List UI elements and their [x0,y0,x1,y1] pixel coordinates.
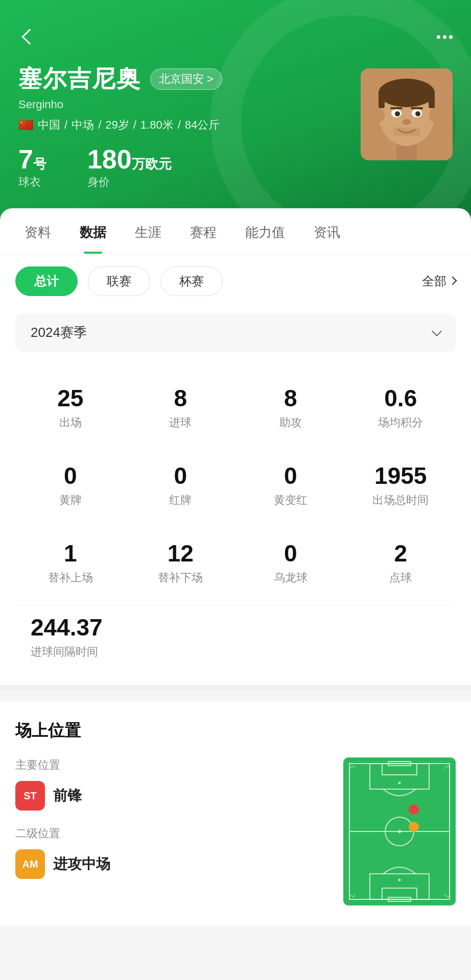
player-meta: 🇨🇳 中国 / 中场 / 29岁 / 1.80米 / 84公斤 [18,117,361,133]
stat-label-appearances: 出场 [59,415,82,430]
filter-all[interactable]: 全部 [422,273,456,289]
stats-row1: 25 出场 8 进球 8 助攻 0.6 场均积分 [15,372,456,445]
field-section-title: 场上位置 [15,720,456,742]
back-button[interactable] [18,26,41,48]
stat-label-own-goal: 乌龙球 [274,570,308,585]
separator2: / [98,118,101,132]
filter-league[interactable]: 联赛 [88,266,150,296]
svg-point-7 [429,109,439,122]
stat-label-yellow-red: 黄变红 [274,493,308,508]
stat-value-sub-out: 12 [168,542,194,565]
stat-value-own-goal: 0 [284,542,297,565]
tabs-section: 资料 数据 生涯 赛程 能力值 资讯 总计 联赛 杯赛 全部 2024赛季 25… [0,208,471,685]
player-position: 中场 [72,117,94,133]
svg-point-24 [398,782,401,785]
stat-sub-out: 12 替补下场 [126,527,236,600]
stat-minutes: 1955 出场总时间 [346,450,456,522]
stat-value-appearances: 25 [57,386,83,410]
stats-row2: 0 黄牌 0 红牌 0 黄变红 1955 出场总时间 [15,450,456,522]
dot1 [437,35,440,39]
stat-label-penalty: 点球 [389,570,412,585]
separator3: / [133,118,136,132]
stat-value-avg-score: 0.6 [384,386,417,410]
player-info: 塞尔吉尼奥 北京国安 > Serginho 🇨🇳 中国 / 中场 / 29岁 /… [18,63,361,190]
chevron-down-icon [432,326,442,336]
svg-point-29 [409,804,419,815]
stat-label-goals: 进球 [169,415,192,430]
player-name: 塞尔吉尼奥 [18,63,141,95]
secondary-badge: AM [15,849,45,879]
stat-yellow-red: 0 黄变红 [236,450,346,522]
jersey-label: 球衣 [18,175,46,190]
stat-value-interval: 244.37 [31,616,440,639]
stat-goals: 8 进球 [126,372,236,445]
secondary-position-name: 进攻中场 [53,854,110,874]
team-badge[interactable]: 北京国安 > [150,68,222,90]
stat-value-sub-in: 1 [64,542,77,565]
tabs-bar: 资料 数据 生涯 赛程 能力值 资讯 [0,208,471,254]
stat-assists: 8 助攻 [236,372,346,445]
dot2 [443,35,446,39]
svg-point-30 [409,822,419,832]
filter-cup[interactable]: 杯赛 [160,266,223,296]
value-stat: 180万欧元 身价 [87,146,172,190]
player-avatar [361,68,453,160]
primary-label: 主要位置 [15,757,323,773]
stat-sub-in: 1 替补上场 [15,527,126,600]
svg-rect-15 [393,128,420,136]
hero-stats: 7号 球衣 180万欧元 身价 [18,146,361,190]
stat-label-assists: 助攻 [279,415,302,430]
svg-point-14 [403,119,411,125]
svg-point-11 [415,111,420,116]
primary-position-name: 前锋 [53,786,82,805]
player-weight: 84公斤 [185,117,220,133]
stat-label-minutes: 出场总时间 [372,493,429,508]
stats-section: 25 出场 8 进球 8 助攻 0.6 场均积分 0 黄牌 0 [0,362,471,685]
stat-red: 0 红牌 [126,450,236,522]
stat-value-yellow-red: 0 [284,464,297,487]
section-divider [0,685,471,691]
value-label: 身价 [87,175,172,190]
svg-point-28 [398,879,401,881]
svg-point-10 [395,111,400,116]
tab-career[interactable]: 生涯 [121,208,176,254]
hero-content: 塞尔吉尼奥 北京国安 > Serginho 🇨🇳 中国 / 中场 / 29岁 /… [18,63,453,190]
stat-label-avg-score: 场均积分 [378,415,423,430]
player-height: 1.80米 [140,117,174,133]
stat-penalty: 2 点球 [346,527,456,600]
svg-rect-4 [379,93,385,108]
secondary-label: 二级位置 [15,826,323,841]
stat-value-penalty: 2 [394,542,407,565]
jersey-stat: 7号 球衣 [18,146,46,190]
filter-total[interactable]: 总计 [15,266,78,296]
separator1: / [64,118,67,132]
tab-schedule[interactable]: 赛程 [176,208,231,254]
tab-news[interactable]: 资讯 [299,208,355,254]
tab-info[interactable]: 资料 [10,208,65,254]
player-age: 29岁 [105,117,129,133]
primary-badge: ST [15,781,45,811]
flag-icon: 🇨🇳 [18,118,34,132]
stat-label-interval: 进球间隔时间 [31,644,440,659]
stat-label-sub-in: 替补上场 [48,570,93,585]
back-icon [21,29,37,44]
stat-label-yellow: 黄牌 [59,493,82,508]
more-button[interactable] [437,35,453,39]
svg-rect-13 [411,107,423,109]
tab-data[interactable]: 数据 [65,208,121,254]
player-value: 180万欧元 [87,146,172,173]
stat-value-minutes: 1955 [374,464,427,487]
tab-ability[interactable]: 能力值 [231,208,299,254]
special-stat: 244.37 进球间隔时间 [15,605,456,675]
filter-row: 总计 联赛 杯赛 全部 [0,254,471,308]
stat-label-sub-out: 替补下场 [158,570,203,585]
chevron-right-icon [449,277,457,285]
season-selector[interactable]: 2024赛季 [15,313,456,352]
football-field [343,757,456,905]
stat-value-goals: 8 [174,386,187,410]
season-label: 2024赛季 [31,324,87,341]
separator4: / [178,118,181,132]
top-bar [18,26,453,48]
svg-point-6 [374,109,385,122]
player-en-name: Serginho [18,98,361,111]
